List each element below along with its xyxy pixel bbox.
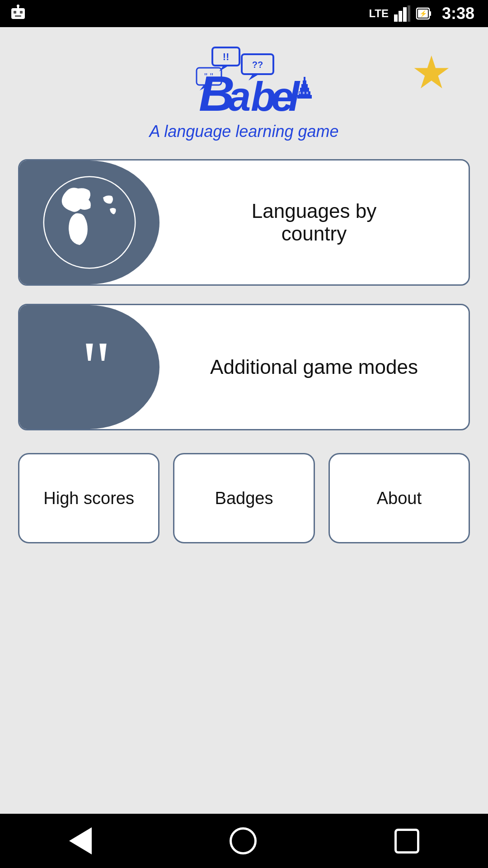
svg-rect-9 <box>408 5 410 22</box>
quotes-icon: " <box>77 338 102 396</box>
svg-rect-30 <box>304 77 305 81</box>
high-scores-button[interactable]: High scores <box>18 453 160 543</box>
status-icons: LTE ⚡ 3:38 <box>369 4 474 23</box>
recents-icon <box>394 829 419 854</box>
svg-rect-2 <box>20 11 23 14</box>
header: !! ?? B a b e l <box>18 45 470 141</box>
svg-rect-33 <box>306 92 308 94</box>
svg-text:??: ?? <box>252 60 263 70</box>
app-subtitle: A language learning game <box>150 122 339 141</box>
notification-icon <box>9 5 27 23</box>
languages-by-country-button[interactable]: Languages by country <box>18 159 470 286</box>
bottom-buttons: High scores Badges About <box>18 453 470 543</box>
svg-rect-6 <box>394 14 398 22</box>
nav-home-button[interactable] <box>230 827 257 854</box>
languages-by-country-label: Languages by country <box>160 160 469 284</box>
nav-recents-button[interactable] <box>394 829 419 854</box>
navigation-bar <box>0 814 488 868</box>
quotes-icon-container: " <box>19 305 160 429</box>
status-bar: LTE ⚡ 3:38 <box>0 0 488 27</box>
svg-rect-8 <box>403 7 407 22</box>
svg-text:"  ": " " <box>204 71 213 81</box>
svg-rect-0 <box>11 8 25 19</box>
svg-rect-31 <box>299 92 301 94</box>
svg-text:a: a <box>228 74 251 118</box>
status-time: 3:38 <box>442 4 474 23</box>
badges-button[interactable]: Badges <box>173 453 314 543</box>
svg-rect-7 <box>399 11 402 22</box>
star-button[interactable]: ★ <box>411 50 452 95</box>
about-button[interactable]: About <box>328 453 470 543</box>
main-content: !! ?? B a b e l <box>0 27 488 814</box>
logo-area: !! ?? B a b e l <box>150 45 339 141</box>
svg-rect-11 <box>429 11 431 16</box>
lte-indicator: LTE <box>369 7 389 20</box>
babel-logo: !! ?? B a b e l <box>172 45 316 118</box>
additional-game-modes-label: Additional game modes <box>160 305 469 429</box>
svg-text:!!: !! <box>223 51 230 62</box>
globe-icon-container <box>19 160 160 284</box>
svg-rect-1 <box>14 11 16 14</box>
nav-back-button[interactable] <box>69 827 92 854</box>
svg-text:⚡: ⚡ <box>419 10 427 18</box>
back-icon <box>69 827 92 854</box>
svg-point-5 <box>17 5 19 7</box>
svg-rect-32 <box>303 92 305 94</box>
additional-game-modes-button[interactable]: " Additional game modes <box>18 304 470 430</box>
battery-icon: ⚡ <box>416 5 432 22</box>
signal-bars <box>394 5 410 22</box>
globe-icon <box>40 173 139 272</box>
home-icon <box>230 827 257 854</box>
game-mode-buttons: Languages by country " Additional game m… <box>18 159 470 430</box>
svg-rect-3 <box>15 15 21 17</box>
